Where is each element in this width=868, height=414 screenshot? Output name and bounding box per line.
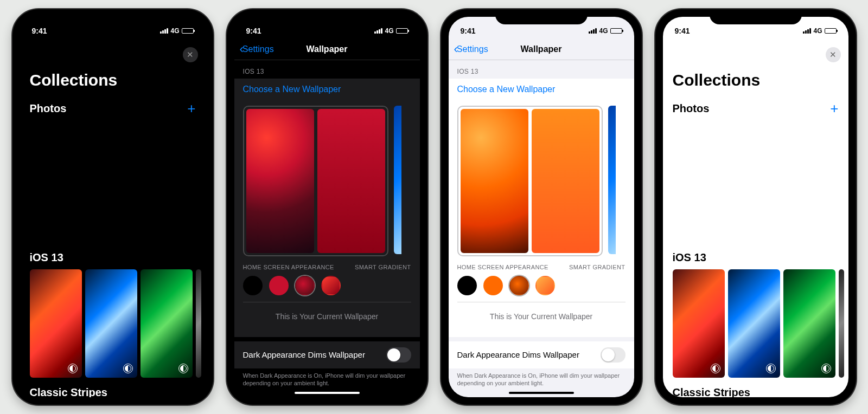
dynamic-badge-icon [766, 364, 776, 373]
page-title: Collections [20, 38, 206, 94]
current-wallpaper-label: This is Your Current Wallpaper [243, 309, 411, 328]
signal-icon [803, 28, 811, 34]
appearance-dot-color[interactable] [269, 276, 289, 295]
signal-icon [160, 28, 168, 34]
wallpaper-preview-selected[interactable] [243, 106, 388, 256]
photos-empty-area[interactable] [663, 120, 848, 245]
wallpaper-thumb[interactable] [839, 269, 844, 378]
dynamic-badge-icon [123, 364, 133, 373]
signal-icon [374, 28, 382, 34]
dynamic-badge-icon [711, 364, 720, 373]
divider [243, 302, 411, 302]
wallpaper-thumb[interactable] [30, 269, 82, 378]
ios13-label: iOS 13 [30, 251, 63, 264]
appearance-labels: HOME SCREEN APPEARANCE SMART GRADIENT [457, 256, 626, 276]
network-label: 4G [813, 27, 822, 35]
photos-row-header[interactable]: Photos + [20, 94, 206, 120]
appearance-dot-black[interactable] [457, 276, 477, 295]
photos-label: Photos [673, 102, 710, 115]
photos-label: Photos [30, 102, 67, 115]
dims-toggle[interactable] [386, 347, 411, 363]
section-label: IOS 13 [234, 60, 420, 79]
current-wallpaper-label: This is Your Current Wallpaper [457, 309, 626, 328]
dynamic-badge-icon [178, 364, 188, 373]
dims-toggle-row[interactable]: Dark Appearance Dims Wallpaper [234, 341, 420, 368]
wallpaper-thumb[interactable] [673, 269, 725, 378]
screen-wallpaper-dark: 9:41 4G ‹ Settings Wallpaper IOS 13 Choo… [234, 17, 420, 397]
toggle-knob [387, 348, 400, 361]
lock-screen-preview [246, 109, 314, 253]
photos-row-header[interactable]: Photos + [663, 94, 848, 120]
wallpaper-preview-selected[interactable] [457, 106, 603, 256]
ios13-label: iOS 13 [673, 251, 706, 264]
add-icon[interactable]: + [187, 100, 195, 117]
back-button[interactable]: ‹ Settings [240, 42, 274, 56]
status-right: 4G [160, 27, 193, 35]
notch [495, 9, 588, 24]
home-screen-preview [317, 109, 385, 253]
wallpaper-thumb[interactable] [141, 269, 193, 378]
ios13-thumb-row[interactable] [20, 267, 206, 380]
photos-empty-area[interactable] [20, 120, 206, 245]
preview-area: HOME SCREEN APPEARANCE SMART GRADIENT Th… [234, 100, 420, 337]
close-button[interactable]: ✕ [826, 47, 841, 62]
dims-toggle-row[interactable]: Dark Appearance Dims Wallpaper [449, 341, 634, 368]
nav-bar: ‹ Settings Wallpaper [449, 38, 634, 60]
divider [457, 302, 626, 302]
dynamic-badge-icon [68, 364, 78, 373]
toggle-knob [602, 348, 615, 361]
choose-wallpaper-link[interactable]: Choose a New Wallpaper [234, 79, 420, 100]
classic-row-header: Classic Stripes [663, 380, 848, 397]
notch [710, 9, 802, 24]
dims-toggle-label: Dark Appearance Dims Wallpaper [457, 350, 579, 359]
footer-description: When Dark Appearance is On, iPhone will … [449, 368, 634, 391]
ios13-thumb-row[interactable] [663, 267, 848, 380]
battery-icon [610, 28, 622, 34]
lock-screen-preview [461, 109, 528, 253]
wallpaper-thumb[interactable] [783, 269, 835, 378]
status-time: 9:41 [246, 27, 261, 35]
home-appearance-label: HOME SCREEN APPEARANCE [457, 264, 548, 270]
battery-icon [182, 28, 194, 34]
add-icon[interactable]: + [830, 100, 838, 117]
classic-label: Classic Stripes [30, 386, 107, 397]
phone-frame: 9:41 4G ✕ Collections Photos + iOS 13 Cl… [655, 9, 856, 405]
appearance-dots [243, 276, 411, 295]
dims-toggle[interactable] [601, 347, 626, 363]
notch [281, 9, 373, 24]
appearance-dot-dark[interactable] [295, 276, 315, 295]
appearance-labels: HOME SCREEN APPEARANCE SMART GRADIENT [243, 256, 411, 276]
classic-row-header: Classic Stripes [20, 380, 206, 397]
network-label: 4G [599, 27, 608, 35]
appearance-dot-gradient[interactable] [321, 276, 341, 295]
network-label: 4G [385, 27, 393, 35]
home-indicator[interactable] [295, 392, 360, 394]
back-label: Settings [457, 44, 488, 54]
status-time: 9:41 [32, 27, 47, 35]
footer-description: When Dark Appearance is On, iPhone will … [234, 368, 420, 391]
wallpaper-thumb[interactable] [85, 269, 137, 378]
battery-icon [396, 28, 408, 34]
ios13-row-header: iOS 13 [663, 245, 848, 267]
wallpaper-preview-next[interactable] [608, 106, 616, 254]
dynamic-badge-icon [821, 364, 831, 373]
phone-frame: 9:41 4G ‹ Settings Wallpaper IOS 13 Choo… [227, 9, 427, 405]
wallpaper-preview-next[interactable] [394, 106, 401, 254]
preview-area: HOME SCREEN APPEARANCE SMART GRADIENT Th… [449, 100, 634, 337]
appearance-dot-color[interactable] [483, 276, 503, 295]
appearance-dot-dark[interactable] [509, 276, 529, 295]
back-button[interactable]: ‹ Settings [454, 42, 488, 56]
appearance-dot-gradient[interactable] [535, 276, 555, 295]
notch [67, 9, 159, 24]
appearance-dot-black[interactable] [243, 276, 263, 295]
battery-icon [825, 28, 837, 34]
screen-collections-dark: 9:41 4G ✕ Collections Photos + iOS 13 Cl… [20, 17, 206, 397]
home-indicator[interactable] [509, 392, 574, 394]
wallpaper-thumb[interactable] [196, 269, 201, 378]
wallpaper-thumb[interactable] [728, 269, 780, 378]
close-button[interactable]: ✕ [183, 47, 198, 62]
page-title: Collections [663, 38, 848, 94]
choose-wallpaper-link[interactable]: Choose a New Wallpaper [449, 79, 634, 100]
nav-title: Wallpaper [307, 44, 348, 54]
status-time: 9:41 [461, 27, 476, 35]
